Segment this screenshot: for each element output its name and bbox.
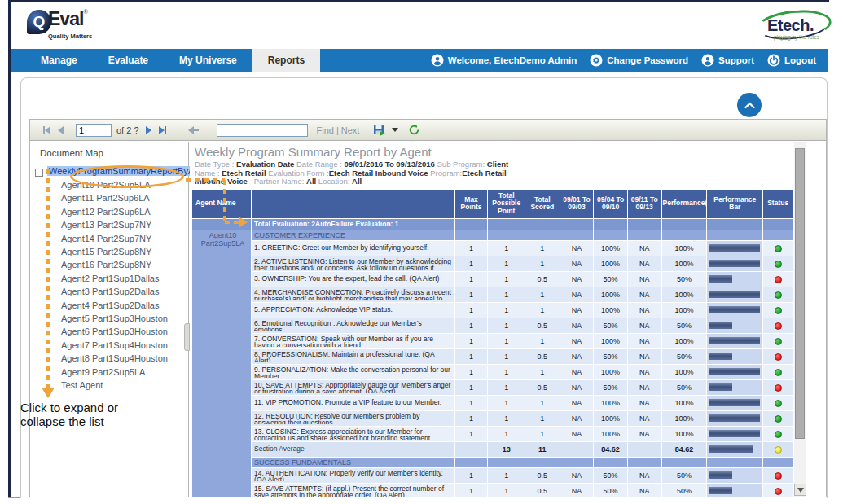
page-total-label: of 2 ? (116, 125, 139, 135)
criteria-cell: 6. Emotional Recognition : Acknowledge o… (252, 318, 455, 333)
tab-my-universe[interactable]: My Universe (164, 49, 252, 72)
performance-bar (709, 260, 760, 267)
previous-page-button[interactable] (58, 126, 64, 134)
docmap-item-agent13-part2sup7ny[interactable]: Agent13 Part2Sup7NY (30, 218, 188, 231)
score-cell: 50% (661, 467, 707, 483)
performance-bar (709, 337, 760, 344)
back-to-parent-button[interactable] (188, 126, 199, 134)
score-cell: NA (560, 379, 594, 395)
registered-mark: ® (83, 8, 88, 15)
tree-expander-icon[interactable]: - (35, 169, 43, 177)
criteria-cell: 13. CLOSING: Express appreciation to our… (252, 426, 455, 441)
report-scrollbar-thumb[interactable] (795, 148, 805, 439)
find-text-input[interactable] (217, 124, 308, 137)
docmap-item-agent2-part1sup1dallas[interactable]: Agent2 Part1Sup1Dallas (30, 272, 188, 285)
last-page-button[interactable] (159, 126, 166, 134)
score-cell: 1 (454, 410, 488, 426)
docmap-item-agent3-part1sup2dallas[interactable]: Agent3 Part1Sup2Dallas (30, 285, 188, 298)
criteria-text: 7. CONVERSATION: Speak with our Member a… (254, 335, 452, 347)
criteria-cell: 12. RESOLUTION: Resolve our Member's pro… (252, 410, 455, 426)
nav-item-change-password[interactable]: Change Password (590, 54, 688, 67)
docmap-item-agent8-part1sup4houston[interactable]: Agent8 Part1Sup4Houston (30, 352, 188, 365)
empty-cell (627, 457, 661, 467)
score-cell: 1 (488, 426, 525, 441)
score-cell: 100% (594, 426, 628, 441)
next-page-button[interactable] (146, 126, 151, 134)
docmap-item-agent16-part2sup8ny[interactable]: Agent16 Part2Sup8NY (30, 258, 188, 271)
nav-item-welcome-etechdemo-admin[interactable]: Welcome, EtechDemo Admin (431, 54, 577, 67)
tab-manage[interactable]: Manage (25, 49, 93, 72)
score-cell (560, 441, 594, 457)
first-page-button[interactable] (43, 126, 50, 134)
docmap-item-agent6-part1sup3houston[interactable]: Agent6 Part1Sup3Houston (30, 325, 188, 338)
page-scrollbar[interactable] (830, 0, 843, 504)
criteria-cell: 7. CONVERSATION: Speak with our Member a… (252, 333, 455, 348)
docmap-item-agent4-part1sup2dallas[interactable]: Agent4 Part1Sup2Dallas (30, 299, 188, 312)
splitter-collapse-handle[interactable] (184, 323, 190, 351)
agent-name-line1: Agent10 (195, 231, 251, 239)
score-cell: 0.5 (525, 467, 560, 483)
empty-cell (488, 218, 525, 230)
score-cell: 0.5 (525, 483, 560, 497)
docmap-item-agent15-part2sup8ny[interactable]: Agent15 Part2Sup8NY (30, 245, 188, 258)
status-cell (763, 240, 793, 256)
score-cell: 1 (525, 302, 560, 318)
score-cell: 50% (661, 379, 707, 395)
criteria-row: 8. PROFESSIONALISM: Maintain a professio… (192, 348, 793, 364)
criteria-row: 11. VIP PROMOTION: Promote a VIP feature… (192, 395, 793, 410)
score-cell: 50% (661, 348, 707, 364)
status-cell (763, 395, 793, 410)
criteria-row: 15. SAVE ATTEMPTS: (if appl.) Present th… (192, 483, 793, 497)
score-cell: 1 (488, 364, 525, 379)
docmap-item-agent12-part2sup6la[interactable]: Agent12 Part2Sup6LA (30, 205, 188, 218)
nav-item-logout[interactable]: Logout (767, 54, 816, 67)
tab-reports[interactable]: Reports (252, 49, 320, 72)
docmap-item-test-agent[interactable]: Test Agent (30, 379, 188, 392)
criteria-text: 1. GREETING: Greet our Member by identif… (254, 244, 452, 252)
report-scrollbar[interactable] (794, 142, 806, 497)
score-cell: NA (627, 318, 661, 333)
find-next-separator: | (336, 125, 339, 135)
scroll-down-icon (797, 488, 804, 493)
docmap-item-agent9-part2sup5la[interactable]: Agent9 Part2Sup5LA (30, 366, 188, 379)
criteria-cell: 8. PROFESSIONALISM: Maintain a professio… (252, 348, 455, 364)
docmap-item-agent11-part2sup6la[interactable]: Agent11 Part2Sup6LA (30, 191, 188, 204)
performance-bar-cell (707, 240, 763, 256)
report-scroll-down-button[interactable] (794, 484, 806, 496)
nav-user-menu: Welcome, EtechDemo AdminChange PasswordS… (431, 49, 828, 72)
find-link[interactable]: Find (317, 125, 334, 135)
empty-cell (525, 457, 560, 467)
nav-item-support[interactable]: Support (701, 54, 754, 67)
docmap-item-agent5-part1sup3houston[interactable]: Agent5 Part1Sup3Houston (30, 312, 188, 325)
score-cell: NA (627, 302, 661, 318)
score-cell: NA (627, 333, 661, 348)
docmap-item-agent7-part1sup4houston[interactable]: Agent7 Part1Sup4Houston (30, 339, 188, 352)
criteria-text: 15. SAVE ATTEMPTS: (if appl.) Present th… (254, 485, 452, 497)
docmap-item-agent14-part2sup7ny[interactable]: Agent14 Part2Sup7NY (30, 232, 188, 245)
docmap-item-agent10-part2sup5la[interactable]: Agent10 Part2Sup5LA (30, 178, 188, 191)
score-cell: 0.5 (525, 348, 560, 364)
export-dropdown-icon[interactable] (392, 128, 398, 132)
score-cell: NA (627, 287, 661, 302)
criteria-cell: 1. GREETING: Greet our Member by identif… (252, 240, 455, 256)
refresh-button[interactable] (408, 124, 420, 136)
score-cell: 100% (661, 410, 707, 426)
find-next-link[interactable]: Next (341, 125, 360, 135)
performance-bar (709, 291, 760, 298)
score-cell: 50% (661, 271, 707, 287)
status-cell (763, 467, 793, 483)
collapse-panel-button[interactable] (737, 93, 762, 117)
criteria-text: 10. SAVE ATTEMPTS: Appropriately gauge o… (254, 382, 452, 393)
performance-bar-cell (707, 318, 763, 333)
tree-root-item[interactable]: WeeklyProgramSummaryReportByAgent (47, 166, 213, 176)
criteria-row: 5. APPRECIATION: Acknowledge VIP status.… (192, 302, 793, 318)
score-cell: 1 (488, 483, 525, 497)
status-dot-red (775, 353, 782, 361)
tab-evaluate[interactable]: Evaluate (93, 49, 164, 72)
performance-bar-cell (707, 410, 763, 426)
criteria-text: 4. MERCHANDISE CONNECTION: Proactively d… (254, 289, 452, 300)
export-button[interactable] (373, 124, 386, 137)
page-number-input[interactable] (76, 124, 112, 137)
score-cell: 50% (594, 318, 628, 333)
report-viewer: of 2 ? Find | Next Document Map - (29, 119, 827, 497)
